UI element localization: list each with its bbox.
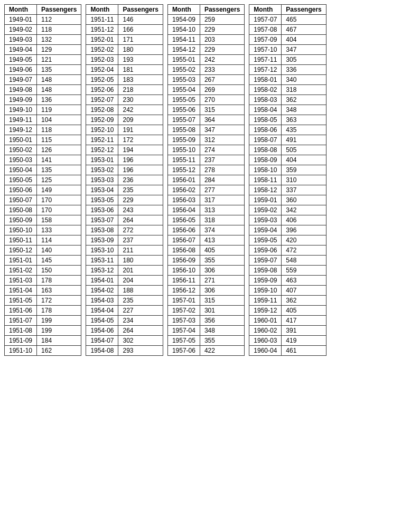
month-cell: 1953-10: [86, 245, 118, 256]
passengers-cell: 405: [200, 245, 244, 256]
table-row: 1953-01196: [86, 155, 163, 165]
passengers-cell: 310: [282, 175, 326, 185]
passengers-cell: 135: [37, 65, 81, 75]
month-cell: 1952-07: [86, 95, 118, 105]
passengers-cell: 267: [200, 75, 244, 85]
month-cell: 1957-07: [249, 15, 282, 25]
month-cell: 1952-11: [86, 135, 118, 145]
table-row: 1950-05125: [5, 175, 81, 185]
passengers-cell: 306: [200, 286, 244, 296]
data-table-1: MonthPassengers1949-011121949-021181949-…: [4, 4, 81, 356]
table-row: 1954-09259: [167, 15, 244, 25]
table-row: 1958-01340: [249, 75, 326, 85]
passengers-cell: 227: [118, 306, 163, 316]
month-cell: 1951-06: [5, 306, 37, 316]
table-row: 1953-11180: [86, 256, 163, 266]
passengers-cell: 270: [200, 95, 244, 105]
table-row: 1954-04227: [86, 306, 163, 316]
month-cell: 1955-01: [167, 55, 200, 65]
month-cell: 1953-03: [86, 175, 118, 185]
passengers-cell: 559: [282, 266, 326, 276]
passengers-cell: 356: [200, 316, 244, 326]
month-cell: 1951-08: [5, 326, 37, 336]
month-cell: 1956-11: [167, 276, 200, 286]
passengers-cell: 463: [282, 276, 326, 286]
passengers-cell: 407: [282, 286, 326, 296]
month-cell: 1949-08: [5, 85, 37, 95]
passengers-cell: 472: [282, 245, 326, 256]
table-row: 1957-12336: [249, 65, 326, 75]
month-cell: 1950-05: [5, 175, 37, 185]
passengers-cell: 337: [282, 185, 326, 195]
table-row: 1959-07548: [249, 256, 326, 266]
month-cell: 1949-07: [5, 75, 37, 85]
passengers-cell: 104: [37, 115, 81, 125]
passengers-cell: 141: [37, 155, 81, 165]
month-cell: 1955-07: [167, 115, 200, 125]
table-row: 1952-08242: [86, 105, 163, 115]
table-row: 1952-12194: [86, 145, 163, 155]
passengers-cell: 114: [37, 235, 81, 245]
month-cell: 1958-02: [249, 85, 282, 95]
table-row: 1959-01360: [249, 195, 326, 205]
passengers-cell: 172: [37, 296, 81, 306]
month-cell: 1951-03: [5, 276, 37, 286]
passengers-cell: 342: [282, 205, 326, 215]
passengers-cell: 201: [118, 266, 163, 276]
table-row: 1957-05355: [167, 336, 244, 346]
passengers-cell: 259: [200, 15, 244, 25]
table-row: 1956-10306: [167, 266, 244, 276]
table-row: 1950-04135: [5, 165, 81, 175]
month-cell: 1957-05: [167, 336, 200, 346]
passengers-cell: 363: [282, 115, 326, 125]
month-cell: 1956-09: [167, 256, 200, 266]
table-row: 1949-03132: [5, 35, 81, 45]
passengers-cell: 171: [118, 35, 163, 45]
passengers-cell: 362: [282, 95, 326, 105]
month-cell: 1958-06: [249, 125, 282, 135]
table-row: 1950-11114: [5, 235, 81, 245]
table-row: 1952-03193: [86, 55, 163, 65]
table-row: 1953-05229: [86, 195, 163, 205]
table-row: 1958-09404: [249, 155, 326, 165]
table-row: 1957-06422: [167, 346, 244, 356]
passengers-cell: 133: [37, 225, 81, 235]
passengers-cell: 318: [282, 85, 326, 95]
table-row: 1956-12306: [167, 286, 244, 296]
tables-container: MonthPassengers1949-011121949-021181949-…: [4, 4, 416, 356]
passengers-cell: 347: [200, 125, 244, 135]
month-cell: 1960-03: [249, 336, 282, 346]
table-row: 1955-03267: [167, 75, 244, 85]
passengers-cell: 136: [37, 95, 81, 105]
passengers-cell: 229: [118, 195, 163, 205]
month-cell: 1950-12: [5, 245, 37, 256]
month-cell: 1958-12: [249, 185, 282, 195]
passengers-cell: 229: [200, 25, 244, 35]
passengers-cell: 284: [200, 175, 244, 185]
table-row: 1949-02118: [5, 25, 81, 35]
passengers-cell: 301: [200, 306, 244, 316]
table-row: 1957-04348: [167, 326, 244, 336]
month-cell: 1957-11: [249, 55, 282, 65]
table-row: 1957-10347: [249, 45, 326, 55]
table-row: 1951-04163: [5, 286, 81, 296]
month-cell: 1950-02: [5, 145, 37, 155]
passengers-cell: 274: [200, 145, 244, 155]
passengers-cell: 406: [282, 215, 326, 225]
month-cell: 1952-02: [86, 45, 118, 55]
table-row: 1949-09136: [5, 95, 81, 105]
passengers-cell: 132: [37, 35, 81, 45]
month-cell: 1958-01: [249, 75, 282, 85]
passengers-cell: 271: [200, 276, 244, 286]
month-cell: 1950-04: [5, 165, 37, 175]
passengers-cell: 360: [282, 195, 326, 205]
passengers-cell: 146: [118, 15, 163, 25]
month-cell: 1949-06: [5, 65, 37, 75]
month-cell: 1949-11: [5, 115, 37, 125]
month-cell: 1951-07: [5, 316, 37, 326]
table-row: 1952-07230: [86, 95, 163, 105]
table-row: 1953-06243: [86, 205, 163, 215]
table-row: 1950-06149: [5, 185, 81, 195]
passengers-cell: 269: [200, 85, 244, 95]
passengers-cell: 140: [37, 245, 81, 256]
